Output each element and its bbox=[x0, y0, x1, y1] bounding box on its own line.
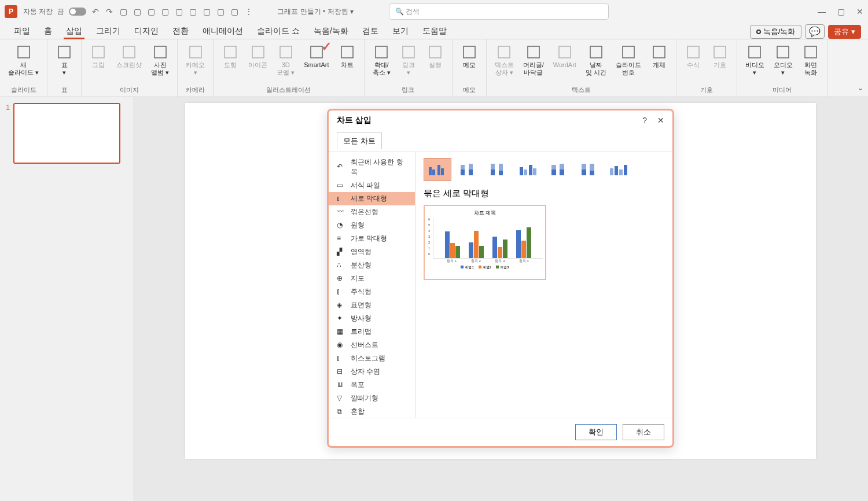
ribbon-item-3D-모델 ▾: 3D모델 ▾ bbox=[273, 42, 298, 79]
chart-category-표면형[interactable]: ◈표면형 bbox=[329, 299, 415, 312]
chart-subtype-stacked-column[interactable] bbox=[454, 158, 481, 181]
tab-보기[interactable]: 보기 bbox=[385, 24, 415, 39]
tab-검토[interactable]: 검토 bbox=[355, 24, 385, 39]
tab-전환[interactable]: 전환 bbox=[165, 24, 196, 39]
dialog-close-button[interactable]: ✕ bbox=[657, 116, 664, 125]
ribbon-item-머리글/-바닥글[interactable]: 머리글/바닥글 bbox=[520, 42, 547, 79]
qat-icon-1[interactable]: ▢ bbox=[120, 7, 129, 16]
chart-category-주식형[interactable]: ⫿주식형 bbox=[329, 285, 415, 299]
chart-category-label: 폭포 bbox=[351, 380, 365, 390]
tab-도움말[interactable]: 도움말 bbox=[415, 24, 454, 39]
chart-subtype-3d-clustered-column[interactable] bbox=[514, 158, 542, 181]
undo-icon[interactable]: ↶ bbox=[92, 7, 101, 16]
record-button[interactable]: 녹음/녹화 bbox=[750, 25, 802, 39]
ribbon-expand-icon[interactable]: ⌄ bbox=[858, 84, 863, 92]
tab-그리기[interactable]: 그리기 bbox=[89, 24, 127, 39]
qat-icon-2[interactable]: ▢ bbox=[134, 7, 143, 16]
chart-subtype-3d-stacked-column[interactable] bbox=[544, 158, 572, 181]
ribbon-item-표-▾[interactable]: 표▾ bbox=[52, 42, 76, 79]
dialog-tab-all-charts[interactable]: 모든 차트 bbox=[337, 132, 382, 149]
search-input[interactable]: 🔍 검색 bbox=[389, 3, 609, 20]
chart-category-히스토그램[interactable]: ⫿히스토그램 bbox=[329, 352, 415, 365]
chart-preview[interactable]: 차트 제목 6543210 항목 1항목 2항목 3항목 4 계열1계열2계열3 bbox=[424, 205, 546, 280]
tab-녹음/녹화[interactable]: 녹음/녹화 bbox=[307, 24, 355, 39]
tab-슬라이드 쇼[interactable]: 슬라이드 쇼 bbox=[250, 24, 307, 39]
chart-category-label: 영역형 bbox=[351, 247, 372, 257]
chart-category-트리맵[interactable]: ▦트리맵 bbox=[329, 325, 415, 338]
redo-icon[interactable]: ↷ bbox=[106, 7, 115, 16]
ribbon-item-메모[interactable]: 메모 bbox=[457, 42, 481, 71]
ribbon-item-label: 개체 bbox=[653, 61, 665, 69]
chart-category-영역형[interactable]: ▞영역형 bbox=[329, 245, 415, 259]
chart-category-원형[interactable]: ◔원형 bbox=[329, 219, 415, 232]
ribbon-item-오디오-▾[interactable]: 오디오▾ bbox=[770, 42, 796, 79]
chart-category-방사형[interactable]: ✦방사형 bbox=[329, 312, 415, 325]
chart-category-서식 파일[interactable]: ▭서식 파일 bbox=[329, 179, 415, 192]
tab-디자인[interactable]: 디자인 bbox=[127, 24, 165, 39]
ribbon-item-화면-녹화[interactable]: 화면녹화 bbox=[799, 42, 823, 79]
ribbon-item-개체[interactable]: 개체 bbox=[647, 42, 671, 71]
ribbon-item-icon bbox=[16, 44, 32, 60]
chart-subtype-3d-column[interactable] bbox=[604, 158, 632, 181]
chart-category-꺾은선형[interactable]: 〰꺾은선형 bbox=[329, 205, 415, 219]
chart-subtype-100-stacked-column[interactable] bbox=[484, 158, 512, 181]
ribbon-item-차트[interactable]: 차트 bbox=[335, 42, 359, 71]
slide-thumbnail-panel: 1 bbox=[0, 97, 133, 501]
svg-rect-3 bbox=[123, 46, 135, 58]
ribbon-item-확대/-축소 ▾[interactable]: 확대/축소 ▾ bbox=[369, 42, 394, 79]
ribbon-item-비디오-▾[interactable]: 비디오▾ bbox=[742, 42, 768, 79]
ribbon-item-슬라이드-번호[interactable]: 슬라이드번호 bbox=[612, 42, 645, 79]
ribbon-item-날짜-및 시간[interactable]: 날짜및 시간 bbox=[582, 42, 610, 79]
tab-right-controls: 녹음/녹화 💬 공유 ▾ bbox=[750, 24, 861, 39]
tab-파일[interactable]: 파일 bbox=[7, 24, 37, 39]
qat-icon-9[interactable]: ▢ bbox=[231, 7, 240, 16]
close-button[interactable]: ✕ bbox=[856, 7, 863, 16]
chart-category-세로 막대형[interactable]: ⫾세로 막대형 bbox=[329, 192, 415, 205]
chart-category-지도[interactable]: ⊕지도 bbox=[329, 272, 415, 285]
chart-category-label: 방사형 bbox=[351, 314, 372, 323]
dialog-help-button[interactable]: ? bbox=[642, 116, 647, 125]
comments-icon[interactable]: 💬 bbox=[805, 24, 825, 39]
chart-category-상자 수염[interactable]: ⊟상자 수염 bbox=[329, 365, 415, 378]
tab-홈[interactable]: 홈 bbox=[37, 24, 59, 39]
ribbon-item-label: 새슬라이드 ▾ bbox=[8, 61, 39, 76]
slide-thumbnail[interactable] bbox=[13, 103, 120, 164]
qat-icon-8[interactable]: ▢ bbox=[217, 7, 226, 16]
share-button[interactable]: 공유 ▾ bbox=[828, 25, 861, 39]
ribbon-item-사진-앨범 ▾[interactable]: 사진앨범 ▾ bbox=[148, 42, 172, 79]
maximize-button[interactable]: ▢ bbox=[837, 7, 845, 16]
qat-icon-4[interactable]: ▢ bbox=[161, 7, 171, 16]
preview-bars bbox=[433, 218, 543, 259]
document-title[interactable]: 그래프 만들기 • 저장됨 ▾ bbox=[277, 7, 354, 17]
autosave-state: 끔 bbox=[57, 7, 64, 17]
chart-category-혼합[interactable]: ⧉혼합 bbox=[329, 405, 415, 418]
chart-category-label: 혼합 bbox=[351, 407, 365, 417]
qat-more-icon[interactable]: ⋮ bbox=[245, 7, 254, 16]
minimize-button[interactable]: — bbox=[818, 7, 826, 16]
chart-category-분산형[interactable]: ∴분산형 bbox=[329, 259, 415, 272]
tab-삽입[interactable]: 삽입 bbox=[59, 24, 89, 39]
chart-category-가로 막대형[interactable]: ≡가로 막대형 bbox=[329, 232, 415, 245]
ribbon-item-SmartArt[interactable]: SmartArt bbox=[300, 42, 332, 71]
tab-애니메이션[interactable]: 애니메이션 bbox=[196, 24, 250, 39]
autosave-toggle[interactable] bbox=[69, 8, 86, 16]
chart-category-label: 서식 파일 bbox=[351, 180, 380, 190]
chart-category-폭포[interactable]: ⩏폭포 bbox=[329, 378, 415, 392]
svg-rect-16 bbox=[528, 46, 539, 58]
qat-icon-3[interactable]: ▢ bbox=[148, 7, 157, 16]
qat-icon-6[interactable]: ▢ bbox=[189, 7, 198, 16]
chart-category-label: 깔때기형 bbox=[351, 393, 378, 403]
title-bar: P 자동 저장 끔 ↶ ↷ ▢ ▢ ▢ ▢ ▢ ▢ ▢ ▢ ▢ ⋮ 그래프 만들… bbox=[0, 0, 868, 23]
chart-category-깔때기형[interactable]: ▽깔때기형 bbox=[329, 392, 415, 405]
slide-thumb-item[interactable]: 1 bbox=[6, 103, 127, 164]
chart-subtype-3d-100-stacked-column[interactable] bbox=[574, 158, 602, 181]
qat-icon-5[interactable]: ▢ bbox=[175, 7, 185, 16]
legend-item: 계열2 bbox=[479, 265, 491, 270]
chart-category-최근에 사용한 항목[interactable]: ↶최근에 사용한 항목 bbox=[329, 156, 415, 179]
ok-button[interactable]: 확인 bbox=[575, 424, 617, 440]
ribbon-item-새-슬라이드 ▾[interactable]: 새슬라이드 ▾ bbox=[5, 42, 42, 79]
cancel-button[interactable]: 취소 bbox=[623, 424, 664, 440]
chart-category-선버스트[interactable]: ◉선버스트 bbox=[329, 338, 415, 352]
chart-subtype-clustered-column[interactable] bbox=[424, 158, 451, 181]
qat-icon-7[interactable]: ▢ bbox=[203, 7, 212, 16]
